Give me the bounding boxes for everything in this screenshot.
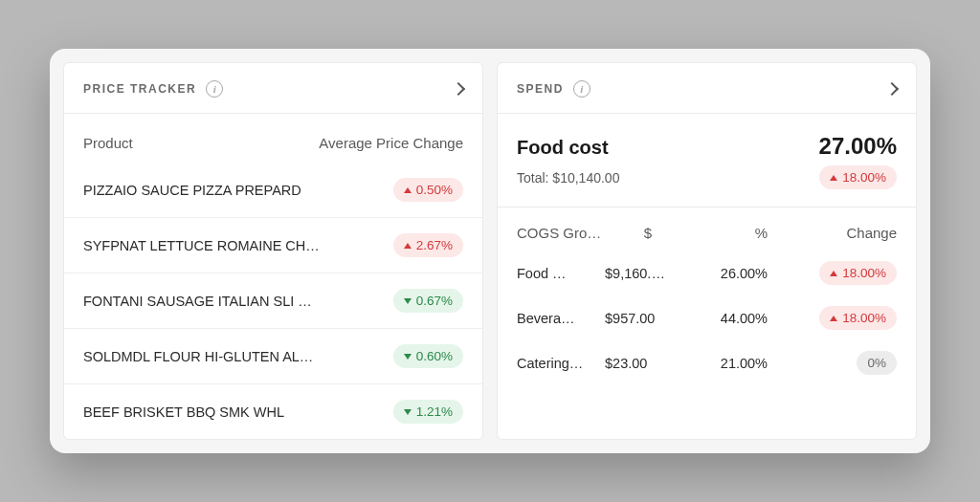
triangle-up-icon xyxy=(830,175,837,181)
info-icon[interactable]: i xyxy=(573,80,590,98)
change-value: 18.00% xyxy=(842,170,886,185)
change-value: 0% xyxy=(867,356,886,370)
spend-total: Total: $10,140.00 xyxy=(517,170,619,186)
info-icon[interactable]: i xyxy=(206,80,223,98)
price-tracker-title: PRICE TRACKER xyxy=(83,82,196,96)
change-badge: 18.00% xyxy=(819,306,897,330)
change-value: 18.00% xyxy=(842,311,886,325)
change-badge: 0.60% xyxy=(393,344,463,368)
column-dollar: $ xyxy=(605,225,691,241)
column-group: COGS Groups xyxy=(517,225,605,241)
change-badge: 2.67% xyxy=(393,233,463,257)
cogs-dollar: $957.00 xyxy=(605,311,691,326)
table-row[interactable]: Bevera… $957.00 44.00% 18.00% xyxy=(498,295,916,340)
cogs-percent: 44.00% xyxy=(691,311,768,326)
triangle-down-icon xyxy=(404,354,412,360)
cogs-columns: COGS Groups $ % Change xyxy=(498,207,916,251)
change-badge: 18.00% xyxy=(819,165,897,189)
cogs-percent: 21.00% xyxy=(691,356,768,371)
product-name: BEEF BRISKET BBQ SMK WHL xyxy=(83,404,284,420)
column-percent: % xyxy=(691,225,768,241)
triangle-down-icon xyxy=(404,409,412,415)
table-row[interactable]: BEEF BRISKET BBQ SMK WHL 1.21% xyxy=(64,383,482,439)
spend-percent: 27.00% xyxy=(819,133,897,160)
product-name: FONTANI SAUSAGE ITALIAN SLI … xyxy=(83,294,312,309)
spend-summary: Food cost 27.00% Total: $10,140.00 18.00… xyxy=(498,114,916,207)
spend-card: SPEND i Food cost 27.00% Total: $10,140.… xyxy=(497,62,917,440)
table-row[interactable]: Catering… $23.00 21.00% 0% xyxy=(498,340,916,385)
spend-summary-top: Food cost 27.00% xyxy=(517,133,897,160)
change-value: 0.60% xyxy=(416,349,453,363)
cogs-group: Food … xyxy=(517,266,605,281)
product-name: PIZZAIO SAUCE PIZZA PREPARD xyxy=(83,183,301,198)
cogs-dollar: $9,160.… xyxy=(605,266,691,281)
cogs-percent: 26.00% xyxy=(691,266,768,281)
triangle-up-icon xyxy=(830,316,837,321)
price-tracker-body: PIZZAIO SAUCE PIZZA PREPARD 0.50% SYFPNA… xyxy=(64,163,482,439)
chevron-right-icon[interactable] xyxy=(452,82,465,96)
chevron-right-icon[interactable] xyxy=(885,82,899,96)
change-badge: 0.67% xyxy=(393,289,463,313)
table-row[interactable]: SOLDMDL FLOUR HI-GLUTEN AL… 0.60% xyxy=(64,328,482,383)
change-badge: 18.00% xyxy=(819,261,897,285)
triangle-down-icon xyxy=(404,298,412,304)
triangle-up-icon xyxy=(404,187,412,193)
cogs-dollar: $23.00 xyxy=(605,356,691,371)
table-row[interactable]: SYFPNAT LETTUCE ROMAINE CH… 2.67% xyxy=(64,217,482,273)
product-name: SYFPNAT LETTUCE ROMAINE CH… xyxy=(83,238,320,253)
change-badge: 1.21% xyxy=(393,400,463,424)
change-value: 18.00% xyxy=(842,266,886,280)
spend-label: Food cost xyxy=(517,137,609,159)
spend-title: SPEND xyxy=(517,82,564,96)
column-product: Product xyxy=(83,135,133,151)
change-badge: 0.50% xyxy=(393,178,463,202)
change-value: 0.67% xyxy=(416,294,453,308)
price-tracker-card: PRICE TRACKER i Product Average Price Ch… xyxy=(63,62,483,440)
change-value: 0.50% xyxy=(416,183,453,197)
change-value: 1.21% xyxy=(416,404,453,419)
price-tracker-columns: Product Average Price Change xyxy=(64,114,482,163)
product-name: SOLDMDL FLOUR HI-GLUTEN AL… xyxy=(83,349,313,364)
change-badge: 0% xyxy=(857,351,897,375)
cogs-group: Catering… xyxy=(517,356,605,371)
column-change: Average Price Change xyxy=(319,135,463,151)
table-row[interactable]: FONTANI SAUSAGE ITALIAN SLI … 0.67% xyxy=(64,273,482,328)
table-row[interactable]: Food … $9,160.… 26.00% 18.00% xyxy=(498,251,916,295)
triangle-up-icon xyxy=(404,243,412,249)
cogs-group: Bevera… xyxy=(517,311,605,326)
price-tracker-header[interactable]: PRICE TRACKER i xyxy=(64,63,482,114)
table-row[interactable]: PIZZAIO SAUCE PIZZA PREPARD 0.50% xyxy=(64,163,482,217)
spend-header[interactable]: SPEND i xyxy=(498,63,916,114)
spend-summary-sub: Total: $10,140.00 18.00% xyxy=(517,165,897,189)
dashboard-panel: PRICE TRACKER i Product Average Price Ch… xyxy=(50,49,930,453)
change-value: 2.67% xyxy=(416,238,453,252)
column-change: Change xyxy=(768,225,897,241)
triangle-up-icon xyxy=(830,271,837,276)
